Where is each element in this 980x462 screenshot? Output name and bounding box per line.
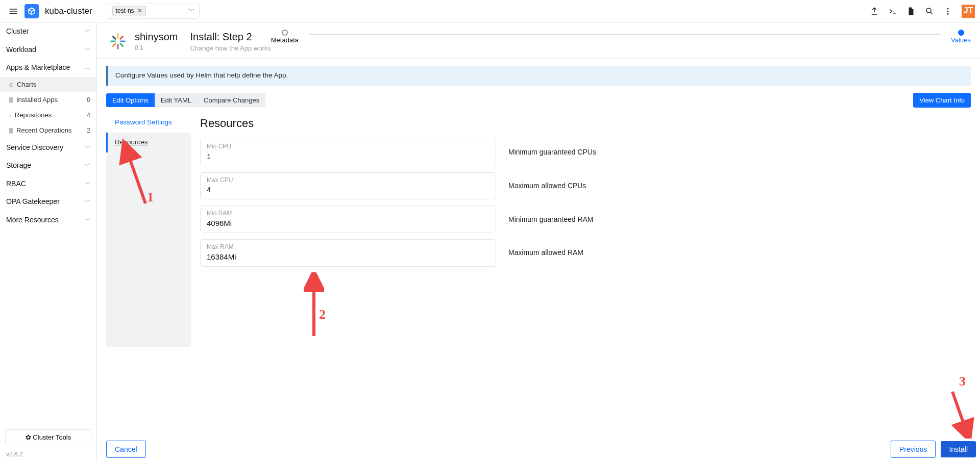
sidebar-item-more-resources[interactable]: More Resources ﹀ [0, 211, 96, 229]
chevron-down-icon: ﹀ [85, 144, 90, 151]
tab-compare-changes[interactable]: Compare Changes [198, 93, 265, 107]
sidebar-item-charts[interactable]: ◎ Charts [0, 77, 96, 92]
chevron-down-icon: ﹀ [85, 46, 90, 54]
gear-icon: ✿ [26, 433, 31, 441]
avatar[interactable]: JT [962, 5, 975, 18]
close-icon[interactable]: ✕ [137, 7, 142, 15]
field-value: 1 [207, 151, 489, 162]
field-label: Min RAM [207, 209, 489, 218]
field-description: Maximum allowed RAM [508, 248, 583, 258]
search-icon[interactable] [925, 7, 934, 16]
sidebar-item-apps[interactable]: Apps & Marketplace ︿ [0, 59, 96, 77]
count-badge: 2 [87, 126, 90, 135]
chevron-down-icon: ﹀ [85, 198, 90, 206]
sidebar-item-label: More Resources [6, 215, 59, 225]
sidebar-item-label: Apps & Marketplace [6, 63, 70, 73]
sidebar-item-label: Charts [17, 80, 36, 89]
dot-icon: ● [9, 113, 12, 118]
sidebar-item-opa-gatekeeper[interactable]: OPA Gatekeeper ﹀ [0, 193, 96, 211]
min-cpu-input[interactable]: Min CPU 1 [200, 139, 496, 166]
sidebar-item-label: RBAC [6, 179, 26, 189]
chevron-up-icon: ︿ [85, 64, 90, 71]
cluster-name[interactable]: kuba-cluster [45, 5, 92, 17]
step-label: Metadata [271, 36, 299, 45]
product-logo[interactable] [24, 4, 39, 18]
sidebar-item-recent-operations[interactable]: ▇ Recent Operations 2 [0, 123, 96, 138]
sidebar-item-label: Service Discovery [6, 143, 63, 153]
file-icon[interactable] [906, 7, 916, 16]
sidebar-item-storage[interactable]: Storage ﹀ [0, 157, 96, 175]
sidebar-item-label: Storage [6, 161, 31, 171]
chevron-down-icon: ﹀ [85, 216, 90, 224]
version-label: v2.6.2 [0, 450, 96, 462]
sidebar-item-repositories[interactable]: ● Repositories 4 [0, 108, 96, 123]
sidebar-item-label: Repositories [15, 111, 52, 120]
shell-icon[interactable] [888, 7, 897, 16]
chevron-down-icon: ﹀ [85, 180, 90, 188]
chevron-down-icon: ﹀ [85, 162, 90, 169]
field-description: Maximum allowed CPUs [508, 181, 586, 191]
app-icon [106, 30, 130, 53]
nav-password-settings[interactable]: Password Settings [106, 113, 191, 133]
sidebar-item-label: OPA Gatekeeper [6, 197, 60, 207]
namespace-chip: test-ns ✕ [112, 6, 146, 16]
max-cpu-input[interactable]: Max CPU 4 [200, 172, 496, 200]
field-label: Min CPU [207, 142, 489, 151]
field-value: 4096Mi [207, 218, 489, 228]
sidebar-item-label: Installed Apps [16, 95, 58, 105]
sidebar-item-label: Cluster [6, 27, 29, 37]
cancel-button[interactable]: Cancel [106, 441, 146, 458]
field-label: Max CPU [207, 176, 489, 185]
field-description: Minimum guaranteed CPUs [508, 147, 596, 158]
previous-button[interactable]: Previous [891, 441, 936, 458]
annotation-label-3: 3 [959, 372, 966, 391]
nav-resources[interactable]: Resources [106, 133, 191, 152]
sidebar-item-service-discovery[interactable]: Service Discovery ﹀ [0, 139, 96, 157]
edit-mode-segmented: Edit Options Edit YAML Compare Changes [106, 93, 265, 107]
cluster-tools-label: Cluster Tools [33, 433, 71, 441]
topbar: kuba-cluster test-ns ✕ ﹀ JT [0, 0, 980, 22]
sidebar-item-rbac[interactable]: RBAC ﹀ [0, 175, 96, 193]
svg-point-0 [926, 8, 931, 13]
sidebar-item-cluster[interactable]: Cluster ﹀ [0, 22, 96, 41]
step-label: Values [951, 36, 971, 45]
field-value: 16384Mi [207, 251, 489, 262]
target-icon: ◎ [9, 81, 14, 88]
namespace-select[interactable]: test-ns ✕ ﹀ [108, 4, 200, 19]
sidebar: Cluster ﹀ Workload ﹀ Apps & Marketplace … [0, 22, 97, 462]
svg-point-3 [947, 13, 949, 14]
chevron-down-icon: ﹀ [188, 6, 195, 15]
max-ram-input[interactable]: Max RAM 16384Mi [200, 239, 496, 267]
info-banner: Configure Values used by Helm that help … [106, 66, 971, 86]
tab-edit-yaml[interactable]: Edit YAML [155, 93, 198, 107]
sidebar-item-label: Recent Operations [16, 126, 71, 135]
cluster-tools-button[interactable]: ✿ Cluster Tools [5, 429, 91, 445]
kebab-menu-icon[interactable] [943, 7, 952, 16]
min-ram-input[interactable]: Min RAM 4096Mi [200, 206, 496, 233]
svg-point-1 [947, 8, 949, 9]
sidebar-item-installed-apps[interactable]: ▇ Installed Apps 0 [0, 92, 96, 108]
field-label: Max RAM [207, 243, 489, 251]
config-section-nav: Password Settings Resources [106, 113, 191, 347]
folder-icon: ▇ [9, 127, 13, 134]
annotation-arrow-3 [945, 388, 976, 439]
step-metadata[interactable]: Metadata [271, 30, 299, 45]
chevron-down-icon: ﹀ [85, 28, 90, 35]
tab-edit-options[interactable]: Edit Options [106, 93, 155, 107]
app-name: shinysom [135, 30, 178, 44]
sidebar-item-label: Workload [6, 45, 36, 55]
view-chart-info-button[interactable]: View Chart Info [913, 93, 971, 108]
step-values[interactable]: Values [951, 30, 971, 45]
install-button[interactable]: Install [941, 441, 976, 457]
field-description: Minimum guaranteed RAM [508, 215, 594, 225]
section-heading: Resources [200, 116, 971, 132]
upload-icon[interactable] [870, 7, 879, 16]
svg-point-2 [947, 10, 949, 12]
stepper-track [309, 34, 941, 35]
sidebar-item-workload[interactable]: Workload ﹀ [0, 41, 96, 59]
folder-icon: ▇ [9, 96, 13, 104]
count-badge: 4 [87, 111, 90, 120]
page-title: Install: Step 2 [190, 30, 271, 44]
menu-icon[interactable] [5, 3, 21, 19]
count-badge: 0 [87, 96, 90, 105]
